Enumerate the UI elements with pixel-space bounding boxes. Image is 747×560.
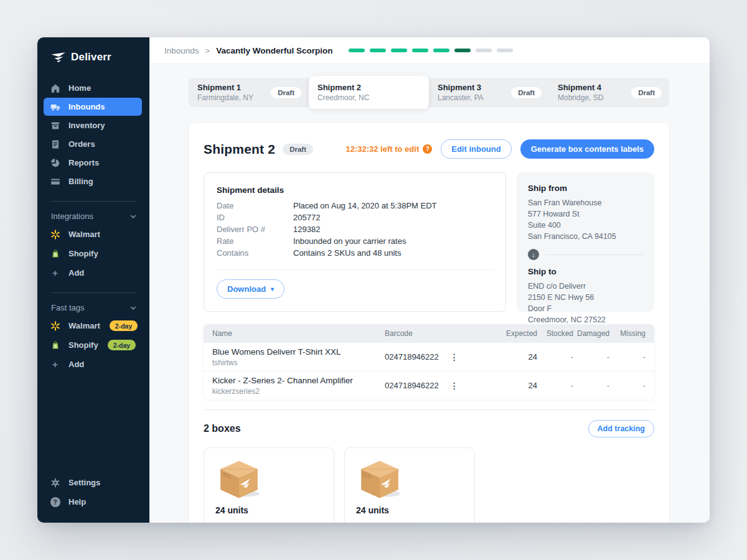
credit-card-icon bbox=[50, 176, 60, 187]
shopify-icon: S bbox=[50, 340, 60, 350]
sidebar-item-label: Add bbox=[68, 360, 84, 369]
status-badge: Draft bbox=[511, 87, 542, 98]
tab-shipment-3[interactable]: Shipment 3 Lancaster, PA Draft bbox=[429, 78, 549, 107]
box-illustration bbox=[215, 458, 263, 499]
sidebar-item-reports[interactable]: Reports bbox=[44, 154, 142, 172]
section-title: Integrations bbox=[51, 212, 93, 221]
box-units: 24 units bbox=[356, 505, 463, 515]
sidebar-item-label: Shopify bbox=[68, 340, 98, 350]
expected-value: 24 bbox=[478, 352, 537, 362]
sidebar-item-billing[interactable]: Billing bbox=[44, 172, 142, 190]
progress-segment bbox=[497, 49, 513, 52]
barcode-value: 024718946222 bbox=[385, 381, 439, 390]
sidebar-divider bbox=[51, 292, 136, 293]
sidebar-item-shopify-fast-tag[interactable]: S Shopify 2-day bbox=[44, 336, 142, 354]
detail-row-rate: Rate Inbounded on your carrier rates bbox=[217, 236, 493, 248]
sidebar-item-orders[interactable]: Orders bbox=[44, 135, 142, 153]
sidebar-item-add-integration[interactable]: + Add bbox=[44, 264, 142, 282]
sidebar-item-help[interactable]: ? Help bbox=[44, 493, 142, 511]
ship-from-line: Suite 400 bbox=[528, 220, 643, 231]
svg-text:S: S bbox=[54, 251, 57, 257]
breadcrumb-current: Vacantly Wonderful Scorpion bbox=[216, 46, 332, 55]
document-icon bbox=[50, 139, 60, 149]
sidebar-item-inbounds[interactable]: Inbounds bbox=[44, 98, 142, 116]
ship-addresses-card: Ship from San Fran Warehouse 577 Howard … bbox=[517, 172, 654, 312]
detail-row: Shipment details Date Placed on Aug 14, … bbox=[204, 172, 654, 312]
add-tracking-button[interactable]: Add tracking bbox=[588, 420, 654, 437]
item-sku: tshirtws bbox=[212, 358, 385, 367]
box-icon bbox=[50, 120, 60, 131]
fast-tags-section-header[interactable]: Fast tags bbox=[37, 302, 149, 316]
download-button[interactable]: Download ▾ bbox=[217, 279, 284, 299]
timer-help-icon[interactable]: ? bbox=[423, 144, 432, 154]
sidebar-item-walmart[interactable]: Walmart bbox=[44, 225, 142, 243]
stocked-value: - bbox=[537, 381, 573, 390]
section-title: Fast tags bbox=[51, 303, 84, 312]
edit-timer: 12:32:32 left to edit ? bbox=[345, 144, 432, 154]
sidebar-item-label: Inventory bbox=[68, 121, 105, 130]
ship-from-line: 577 Howard St bbox=[528, 208, 643, 220]
home-icon bbox=[50, 83, 60, 93]
walmart-icon bbox=[50, 320, 60, 331]
tab-shipment-2[interactable]: Shipment 2 Creedmoor, NC bbox=[309, 76, 429, 109]
integrations-section-header[interactable]: Integrations bbox=[37, 210, 149, 225]
barcode-value: 024718946222 bbox=[385, 352, 439, 362]
app-window: Deliverr Home Inbounds Inventory bbox=[37, 37, 710, 523]
arrow-down-icon: ↓ bbox=[528, 249, 539, 260]
ship-to-line: Door F bbox=[528, 303, 643, 314]
shipment-tabs: Shipment 1 Farmingdale, NY Draft Shipmen… bbox=[189, 78, 669, 107]
ship-from-line: San Francisco, CA 94105 bbox=[528, 231, 643, 242]
tab-shipment-4[interactable]: Shipment 4 Mobridge, SD Draft bbox=[549, 78, 669, 107]
progress-segment bbox=[391, 49, 407, 52]
deliverr-logo-icon bbox=[51, 52, 66, 63]
sidebar-item-label: Walmart bbox=[68, 230, 100, 239]
sidebar-divider bbox=[51, 201, 136, 202]
table-row: Blue Womens Deliverr T-Shirt XXL tshirtw… bbox=[204, 342, 654, 371]
progress-segment bbox=[349, 49, 365, 52]
content-area: Shipment 1 Farmingdale, NY Draft Shipmen… bbox=[149, 64, 710, 523]
tab-shipment-1[interactable]: Shipment 1 Farmingdale, NY Draft bbox=[189, 78, 309, 107]
box-card[interactable]: 24 units Blue Womens Deliverr T-Shirt bbox=[344, 447, 475, 523]
kebab-menu-icon[interactable]: ⋮ bbox=[450, 353, 459, 362]
detail-row-po: Deliverr PO # 129382 bbox=[217, 224, 493, 236]
sidebar-item-add-fast-tag[interactable]: + Add bbox=[44, 355, 142, 373]
sidebar-item-walmart-fast-tag[interactable]: Walmart 2-day bbox=[44, 317, 142, 335]
kebab-menu-icon[interactable]: ⋮ bbox=[450, 381, 459, 390]
sidebar-item-label: Reports bbox=[68, 158, 99, 167]
main-area: Inbounds > Vacantly Wonderful Scorpion S… bbox=[149, 37, 710, 523]
plus-icon: + bbox=[50, 359, 60, 370]
progress-segment bbox=[454, 49, 471, 52]
chevron-down-icon bbox=[129, 213, 137, 220]
generate-labels-button[interactable]: Generate box contents labels bbox=[520, 139, 654, 159]
detail-row-contains: Contains Contains 2 SKUs and 48 units bbox=[217, 248, 493, 259]
breadcrumb-inbounds-link[interactable]: Inbounds bbox=[164, 46, 199, 55]
breadcrumb-bar: Inbounds > Vacantly Wonderful Scorpion bbox=[149, 37, 710, 64]
edit-inbound-button[interactable]: Edit inbound bbox=[441, 139, 511, 159]
sidebar-item-settings[interactable]: Settings bbox=[44, 474, 142, 492]
tab-location: Creedmoor, NC bbox=[317, 93, 369, 102]
ship-to-line: 2150 E NC Hwy 56 bbox=[528, 292, 643, 303]
sidebar-item-home[interactable]: Home bbox=[44, 79, 142, 97]
tab-title: Shipment 2 bbox=[317, 83, 369, 92]
boxes-header: 2 boxes Add tracking bbox=[204, 420, 654, 437]
sidebar-nav: Home Inbounds Inventory Orders bbox=[37, 78, 149, 191]
box-units: 24 units bbox=[215, 505, 322, 515]
item-sku: kickerzseries2 bbox=[212, 387, 385, 396]
sidebar-item-label: Home bbox=[68, 83, 91, 93]
item-name: Kicker - Z-Series 2- Channel Amplifier bbox=[212, 376, 385, 385]
tab-location: Mobridge, SD bbox=[558, 93, 603, 102]
box-card[interactable]: 24 units Kicker - Z-Series 2- Channel bbox=[204, 447, 334, 523]
sidebar-item-inventory[interactable]: Inventory bbox=[44, 116, 142, 134]
ship-to-line: Creedmoor, NC 27522 bbox=[528, 314, 643, 325]
help-icon: ? bbox=[50, 497, 60, 507]
two-day-badge: 2-day bbox=[110, 320, 138, 331]
table-row: Kicker - Z-Series 2- Channel Amplifier k… bbox=[204, 371, 654, 399]
missing-value: - bbox=[609, 381, 646, 390]
tab-title: Shipment 4 bbox=[558, 83, 603, 92]
progress-segment bbox=[433, 49, 449, 52]
sidebar-item-label: Billing bbox=[68, 177, 93, 186]
two-day-badge: 2-day bbox=[108, 340, 136, 350]
sidebar-item-shopify[interactable]: S Shopify bbox=[44, 245, 142, 263]
shopify-icon: S bbox=[50, 248, 60, 259]
table-header: Name Barcode Expected Stocked Damaged Mi… bbox=[204, 324, 654, 342]
